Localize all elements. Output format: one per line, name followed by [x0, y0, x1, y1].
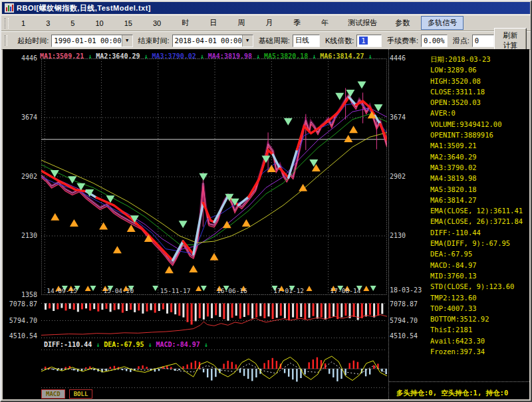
- volume-bar: [142, 304, 144, 314]
- volume-bar: [203, 304, 205, 320]
- toolbar-gripper-2[interactable]: [5, 35, 7, 46]
- macd-histogram-bar: [235, 365, 237, 369]
- trend-signal-segment: [214, 196, 228, 222]
- toolbar-period-时[interactable]: 时: [174, 16, 197, 30]
- volume-bar: [199, 304, 201, 318]
- diff-line: [41, 356, 387, 380]
- kline-multiple-label: K线倍数:: [325, 36, 354, 46]
- indicator-value-label: DIFF:-110.44: [44, 341, 92, 348]
- volume-bar: [89, 304, 91, 311]
- series-ma-purple: [41, 108, 387, 250]
- volume-bar: [215, 304, 217, 316]
- buy-signal-marker: [165, 266, 174, 273]
- toolbar-action-button[interactable]: 参数: [388, 16, 416, 30]
- action-toolbar-buttons: 测试报告参数多轨信号: [341, 16, 468, 30]
- y-axis-tick: 4446: [4, 54, 37, 62]
- end-time-label: 结束时间:: [138, 36, 170, 46]
- volume-bar: [263, 304, 265, 318]
- toolbar-period-日[interactable]: 日: [201, 16, 225, 30]
- info-panel-line: AVER:0: [430, 108, 523, 118]
- signal-row-marker: [196, 286, 201, 291]
- info-panel-line: EMA(CLOSE, 26):3721.84: [430, 216, 523, 227]
- volume-bar: [122, 304, 124, 313]
- macd-histogram-bar: [268, 360, 269, 369]
- indicator-value-label: DEA:-67.95: [104, 341, 144, 348]
- toolbar-period-5[interactable]: 5: [63, 17, 82, 29]
- macd-histogram-bar: [207, 369, 208, 377]
- toolbar-period-1[interactable]: 1: [13, 17, 33, 29]
- sell-signal-marker: [358, 81, 366, 88]
- buy-signal-marker: [349, 126, 358, 133]
- volume-bar: [223, 304, 225, 320]
- macd-histogram-bar: [45, 367, 46, 369]
- macd-pane-chart[interactable]: [41, 350, 387, 388]
- macd-histogram-bar: [251, 369, 253, 381]
- macd-histogram-bar: [369, 369, 370, 375]
- toolbar-period-月[interactable]: 月: [257, 16, 281, 30]
- main-chart[interactable]: 14-09-1515-04-2015-11-1716-06-1617-01-12…: [41, 58, 387, 295]
- x-axis-date-label: 16-06-16: [217, 287, 247, 294]
- macd-indicator-button[interactable]: MACD: [41, 389, 65, 399]
- toolbar-action-button[interactable]: 多轨信号: [421, 16, 464, 30]
- macd-histogram-bar: [276, 361, 277, 369]
- volume-bar: [268, 304, 270, 317]
- volume-tick-right: 5794.70: [390, 317, 418, 324]
- volume-bar: [235, 304, 237, 316]
- fee-rate-label: 手续费率:: [387, 36, 418, 46]
- info-panel-line: DIFF:-110.44: [430, 227, 523, 238]
- volume-bar: [45, 304, 47, 310]
- macd-histogram-bar: [170, 367, 172, 369]
- macd-histogram-bar: [317, 357, 318, 369]
- toolbar-period-15[interactable]: 15: [116, 17, 140, 29]
- start-time-combobox[interactable]: 1990-01-01 00:00 ▼: [51, 35, 132, 47]
- macd-histogram-bar: [272, 358, 273, 369]
- toolbar-period-3[interactable]: 3: [38, 17, 58, 29]
- volume-bar: [300, 304, 302, 318]
- macd-histogram-bar: [182, 366, 184, 369]
- macd-histogram-bar: [211, 369, 212, 381]
- volume-bar: [154, 304, 156, 313]
- slippage-value: 0: [475, 37, 479, 45]
- macd-histogram-bar: [203, 369, 204, 372]
- toolbar-period-10[interactable]: 10: [87, 17, 111, 29]
- macd-label-row: DIFF:-110.44↓DEA:-67.95↓MACD:-84.97↓: [44, 341, 212, 348]
- info-panel-line: Avail:6423.30: [430, 336, 523, 346]
- info-panel-line: MACD:-84.97: [430, 260, 523, 270]
- macd-histogram-bar: [357, 362, 358, 369]
- info-panel-line: MA5:3820.18: [430, 184, 523, 195]
- volume-bar: [146, 304, 148, 312]
- end-time-combobox[interactable]: 2018-04-01 00:00 ▼: [172, 35, 253, 47]
- volume-bar: [61, 304, 63, 308]
- volume-pane-chart[interactable]: [41, 303, 387, 338]
- base-period-input[interactable]: 日线: [293, 35, 320, 47]
- dropdown-arrow-icon[interactable]: ▼: [242, 35, 253, 47]
- volume-bar: [106, 304, 108, 309]
- toolbar-period-年[interactable]: 年: [313, 16, 336, 30]
- macd-histogram-bar: [336, 369, 338, 381]
- info-panel-line: MA6:3814.27: [430, 195, 523, 205]
- volume-bar: [138, 304, 140, 311]
- toolbar-action-button[interactable]: 测试报告: [341, 16, 384, 30]
- chart-region[interactable]: MA1:3509.21↓MA2:3640.29↓MA3:3790.02↓MA4:…: [3, 49, 529, 399]
- volume-bar: [353, 304, 355, 318]
- toolbar-period-季[interactable]: 季: [285, 16, 309, 30]
- volume-bar: [219, 304, 221, 318]
- boll-indicator-button[interactable]: BOLL: [69, 389, 93, 399]
- toolbar-gripper[interactable]: [5, 18, 9, 29]
- volume-bar: [296, 304, 298, 319]
- macd-histogram-bar: [65, 367, 66, 369]
- toolbar-period-30[interactable]: 30: [145, 17, 169, 29]
- buy-signal-marker: [299, 184, 307, 191]
- info-panel-line: MA4:3819.98: [430, 173, 523, 183]
- fee-rate-input[interactable]: 0.00%: [421, 35, 448, 47]
- slippage-input[interactable]: 0: [472, 35, 494, 47]
- indicator-buttons: MACD BOLL: [41, 389, 92, 399]
- dropdown-arrow-icon[interactable]: ▼: [122, 35, 132, 47]
- macd-histogram-bar: [85, 367, 86, 369]
- toolbar-period-周[interactable]: 周: [229, 16, 253, 30]
- macd-histogram-bar: [349, 363, 350, 369]
- period-toolbar-buttons: 135101530时日周月季年: [13, 16, 341, 30]
- kline-multiple-input[interactable]: 1: [356, 35, 382, 47]
- macd-histogram-bar: [106, 369, 107, 371]
- volume-bar: [280, 304, 282, 316]
